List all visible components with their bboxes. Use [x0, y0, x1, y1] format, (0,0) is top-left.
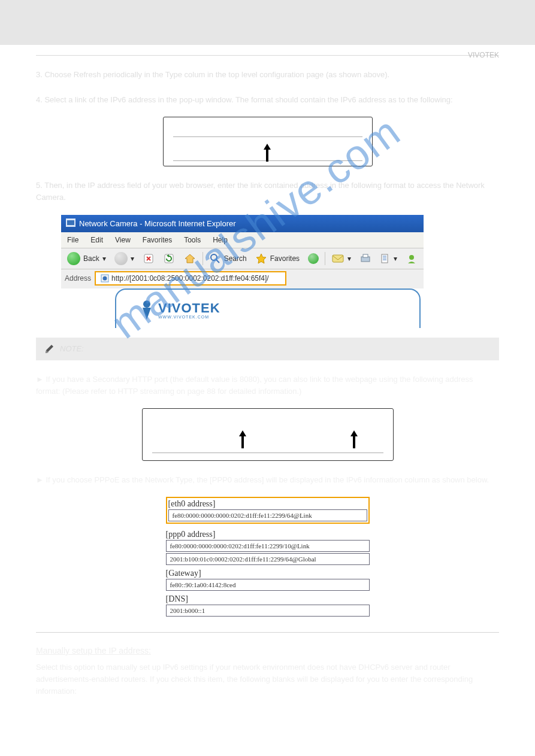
note-paragraph-1: ► If you have a Secondary HTTP port (the… — [36, 374, 499, 397]
menu-favorites[interactable]: Favorites — [143, 236, 172, 244]
arrow-up-icon — [350, 430, 358, 448]
home-button[interactable] — [181, 251, 199, 266]
svg-rect-1 — [67, 220, 74, 225]
messenger-icon — [406, 253, 418, 265]
gateway-value: fe80::90:1a00:4142:8ced — [166, 579, 370, 591]
forward-icon — [114, 252, 128, 265]
menu-file[interactable]: File — [67, 236, 78, 244]
mail-button[interactable]: ▾ — [329, 252, 353, 265]
svg-rect-8 — [363, 254, 368, 257]
ie-titlebar: Network Camera - Microsoft Internet Expl… — [61, 215, 424, 232]
note-bar: NOTE: — [36, 338, 499, 360]
dns-label: [DNS] — [166, 592, 370, 605]
ie-menubar: File Edit View Favorites Tools Help — [61, 232, 424, 248]
refresh-button[interactable] — [161, 251, 177, 266]
refresh-icon — [163, 253, 175, 265]
header-brand: VIVOTEK — [36, 45, 499, 56]
stop-icon — [143, 253, 155, 265]
arrow-up-icon — [238, 430, 247, 448]
menu-help[interactable]: Help — [213, 236, 228, 244]
ie-addressbar-row: Address http://[2001:0c08:2500:0002:0202… — [61, 269, 424, 289]
home-icon — [183, 253, 197, 265]
note-heading: NOTE: — [60, 344, 84, 353]
back-icon — [67, 252, 80, 265]
media-button[interactable] — [306, 252, 321, 265]
svg-point-4 — [211, 254, 217, 260]
eth0-label: [eth0 address] — [168, 499, 367, 509]
dns-value: 2001:b000::1 — [166, 605, 370, 617]
mail-icon — [331, 253, 344, 264]
media-icon — [308, 253, 319, 264]
eth0-highlight: [eth0 address] fe80:0000:0000:0000:0202:… — [166, 497, 370, 524]
stop-button[interactable] — [140, 251, 157, 266]
ppp0-value-1: fe80:0000:0000:0000:0202:d1ff:fe11:2299/… — [166, 540, 370, 552]
content-frame — [115, 289, 421, 328]
pencil-icon — [43, 342, 55, 356]
print-icon — [359, 253, 371, 264]
ie-app-icon — [66, 218, 75, 229]
ie-viewport: VIVOTEK WWW.VIVOTEK.COM — [61, 289, 424, 328]
manual-heading: Manually setup the IP address: — [36, 646, 499, 655]
address-value: http://[2001:0c08:2500:0002:0202:d1ff:fe… — [111, 274, 269, 283]
manual-text: Select this option to manually set up IP… — [36, 661, 499, 697]
chevron-down-icon: ▾ — [131, 254, 134, 263]
svg-rect-6 — [333, 255, 343, 262]
illus-ipv6-url: Refer to Ethernet on this page for the I… — [163, 117, 373, 166]
divider — [152, 453, 383, 453]
search-label: Search — [224, 254, 247, 263]
chevron-down-icon: ▾ — [102, 254, 106, 263]
search-button[interactable]: Search — [207, 251, 249, 266]
divider — [202, 252, 203, 265]
address-input[interactable]: http://[2001:0c08:2500:0002:0202:d1ff:fe… — [95, 271, 286, 286]
star-icon — [255, 253, 267, 265]
svg-line-5 — [216, 260, 219, 263]
paragraph-step4: 4. Select a link of the IPv6 address in … — [36, 94, 499, 106]
section-divider — [36, 632, 499, 633]
chevron-down-icon: ▾ — [347, 254, 351, 263]
print-button[interactable] — [357, 252, 374, 265]
favorites-label: Favorites — [270, 254, 300, 263]
address-label: Address — [65, 274, 91, 283]
page-body: VIVOTEK 3. Choose Refresh periodically i… — [0, 45, 535, 744]
ie-title-text: Network Camera - Microsoft Internet Expl… — [79, 219, 236, 228]
back-label: Back — [83, 254, 99, 263]
svg-point-10 — [409, 255, 414, 260]
svg-rect-9 — [382, 254, 388, 263]
ppp0-value-2: 2001:b100:01c0:0002:0202:d1ff:fe11:2299/… — [166, 553, 370, 565]
edit-button[interactable]: ▾ — [377, 252, 400, 265]
note-paragraph-2: ► If you choose PPPoE as the Network Typ… — [36, 474, 499, 486]
arrow-up-icon — [263, 144, 271, 162]
chevron-down-icon: ▾ — [394, 254, 397, 263]
back-button[interactable]: Back ▾ — [65, 251, 108, 266]
menu-edit[interactable]: Edit — [90, 236, 103, 244]
gateway-label: [Gateway] — [166, 566, 370, 579]
paragraph-step3: 3. Choose Refresh periodically in the Ty… — [36, 69, 499, 81]
menu-view[interactable]: View — [115, 236, 131, 244]
search-icon — [209, 253, 221, 265]
ipv6-info-block: [eth0 address] fe80:0000:0000:0000:0202:… — [166, 497, 370, 617]
forward-button[interactable]: ▾ — [112, 251, 137, 266]
page-icon — [101, 274, 109, 283]
divider — [173, 136, 362, 137]
ie-toolbar: Back ▾ ▾ Search Favorit — [61, 248, 424, 269]
paragraph-step5: 5. Then, in the IP address field of your… — [36, 180, 499, 204]
ie-browser-mock: Network Camera - Microsoft Internet Expl… — [61, 215, 424, 328]
messenger-button[interactable] — [403, 251, 420, 266]
svg-point-12 — [103, 276, 107, 280]
edit-icon — [380, 253, 391, 264]
eth0-value: fe80:0000:0000:0000:0202:d1ff:fe11:2299/… — [168, 509, 367, 521]
divider — [325, 252, 325, 265]
menu-tools[interactable]: Tools — [184, 236, 201, 244]
top-grey-band — [0, 0, 535, 45]
ppp0-label: [ppp0 address] — [166, 527, 370, 540]
illus-ipv6-port: http://[2001:0c08:2500:0002:0202:d1ff:fe… — [142, 408, 394, 461]
favorites-button[interactable]: Favorites — [253, 251, 302, 266]
